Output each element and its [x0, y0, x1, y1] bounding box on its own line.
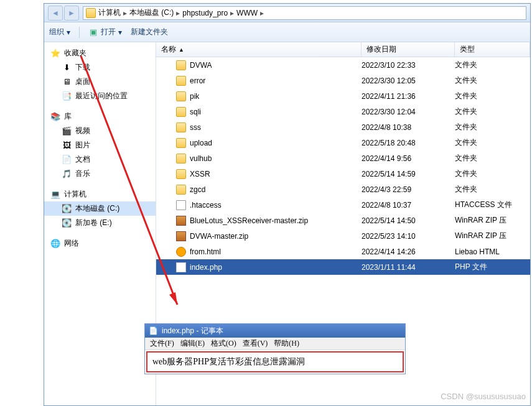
breadcrumb-seg[interactable]: phpstudy_pro [182, 9, 228, 17]
nav-item[interactable]: 🎬视频 [44, 124, 156, 138]
address-bar: ◄ ► 计算机▸ 本地磁盘 (C:)▸ phpstudy_pro▸ WWW▸ [44, 4, 530, 22]
nav-item[interactable]: 💽本地磁盘 (C:) [44, 201, 156, 216]
file-row[interactable]: sqli2022/3/30 12:04文件夹 [156, 104, 530, 119]
file-date: 2022/3/30 12:04 [362, 108, 455, 116]
notepad-menu-item[interactable]: 格式(O) [208, 338, 239, 349]
star-icon: ⭐ [50, 48, 60, 58]
nav-pane: ⭐收藏夹 ⬇下载🖥桌面📑最近访问的位置 📚库 🎬视频🖼图片📄文档🎵音乐 💻计算机… [44, 42, 156, 405]
drive-icon: 💽 [62, 204, 72, 214]
back-button[interactable]: ◄ [48, 6, 63, 21]
breadcrumb-seg[interactable]: 计算机 [98, 7, 121, 18]
file-date: 2022/4/11 21:36 [362, 92, 455, 101]
network-header[interactable]: 🌐网络 [44, 236, 156, 251]
file-type: 文件夹 [455, 106, 530, 117]
col-name[interactable]: 名称 ▲ [156, 42, 362, 57]
file-name: pik [190, 92, 199, 101]
file-name: index.php [190, 263, 222, 272]
breadcrumb-seg[interactable]: 本地磁盘 (C:) [129, 7, 174, 18]
network-icon: 🌐 [50, 239, 60, 249]
nav-item[interactable]: 📄文档 [44, 152, 156, 167]
nav-item-label: 下载 [75, 62, 90, 73]
music-icon: 🎵 [62, 169, 72, 179]
file-row[interactable]: DVWA-master.zip2022/5/23 14:10WinRAR ZIP… [156, 228, 530, 244]
file-name: upload [190, 139, 212, 147]
file-row[interactable]: BlueLotus_XSSReceiver-master.zip2022/5/1… [156, 213, 530, 228]
notepad-menu-item[interactable]: 编辑(E) [178, 338, 207, 349]
file-icon [176, 200, 186, 210]
breadcrumb[interactable]: 计算机▸ 本地磁盘 (C:)▸ phpstudy_pro▸ WWW▸ [83, 6, 526, 20]
computer-header[interactable]: 💻计算机 [44, 187, 156, 201]
notepad-menubar: 文件(F)编辑(E)格式(O)查看(V)帮助(H) [145, 338, 405, 350]
file-type: WinRAR ZIP 压 [455, 215, 530, 226]
file-row[interactable]: upload2022/5/18 20:48文件夹 [156, 135, 530, 150]
organize-button[interactable]: 组织 ▾ [49, 27, 70, 37]
file-type: 文件夹 [455, 91, 530, 101]
folder-icon [176, 154, 186, 164]
nav-item-label: 本地磁盘 (C:) [75, 203, 119, 214]
computer-icon: 💻 [50, 190, 60, 200]
folder-icon [176, 122, 186, 132]
breadcrumb-seg[interactable]: WWW [236, 9, 258, 17]
file-type: HTACCESS 文件 [455, 200, 530, 210]
file-date: 2022/4/14 14:26 [362, 247, 455, 256]
file-row[interactable]: vulhub2022/4/14 9:56文件夹 [156, 150, 530, 166]
column-headers: 名称 ▲ 修改日期 类型 [156, 42, 530, 57]
file-type: 文件夹 [455, 168, 530, 179]
notepad-content[interactable]: web服务器PHP复活节彩蛋信息泄露漏洞 [146, 351, 404, 372]
file-date: 2022/5/18 20:48 [362, 139, 455, 147]
notepad-menu-item[interactable]: 帮助(H) [271, 338, 302, 349]
file-name: sqli [190, 108, 201, 116]
file-type: 文件夹 [455, 137, 530, 148]
file-row[interactable]: pik2022/4/11 21:36文件夹 [156, 88, 530, 104]
folder-icon [176, 138, 186, 148]
desktop-icon: 🖥 [62, 77, 72, 87]
col-date[interactable]: 修改日期 [362, 42, 455, 57]
nav-buttons: ◄ ► [48, 6, 79, 21]
folder-icon [176, 60, 186, 70]
notepad-menu-item[interactable]: 查看(V) [240, 338, 271, 349]
file-date: 2022/4/14 9:56 [362, 154, 455, 163]
notepad-titlebar[interactable]: 📄index.php - 记事本 [145, 324, 405, 338]
folder-icon [176, 76, 186, 86]
drive-icon: 💽 [62, 218, 72, 228]
file-name: XSSR [190, 170, 210, 178]
file-row[interactable]: error2022/3/30 12:05文件夹 [156, 73, 530, 88]
new-folder-button[interactable]: 新建文件夹 [131, 27, 168, 37]
zip-icon [176, 231, 186, 241]
nav-item[interactable]: 🖥桌面 [44, 75, 156, 89]
open-button[interactable]: ▣打开 ▾ [88, 27, 122, 37]
nav-item[interactable]: ⬇下载 [44, 60, 156, 75]
pictures-icon: 🖼 [62, 141, 72, 150]
nav-item-label: 最近访问的位置 [75, 91, 128, 101]
file-row[interactable]: index.php2023/1/11 11:44PHP 文件 [156, 259, 530, 275]
file-date: 2022/4/3 22:59 [362, 185, 455, 194]
file-type: Liebao HTML [455, 247, 530, 256]
zip-icon [176, 216, 186, 226]
nav-item[interactable]: 🖼图片 [44, 138, 156, 152]
col-type[interactable]: 类型 [455, 42, 530, 57]
recent-icon: 📑 [62, 91, 72, 101]
file-type: 文件夹 [455, 184, 530, 195]
file-name: zgcd [190, 185, 205, 194]
file-row[interactable]: .htaccess2022/4/8 10:37HTACCESS 文件 [156, 197, 530, 213]
nav-item[interactable]: 🎵音乐 [44, 167, 156, 181]
nav-item[interactable]: 📑最近访问的位置 [44, 89, 156, 103]
file-name: error [190, 76, 205, 85]
file-date: 2022/5/23 14:10 [362, 232, 455, 241]
file-row[interactable]: DVWA2022/3/10 22:33文件夹 [156, 57, 530, 73]
file-type: WinRAR ZIP 压 [455, 231, 530, 241]
file-row[interactable]: XSSR2022/5/14 14:59文件夹 [156, 166, 530, 182]
libraries-header[interactable]: 📚库 [44, 109, 156, 124]
file-type: 文件夹 [455, 60, 530, 70]
nav-item[interactable]: 💽新加卷 (E:) [44, 216, 156, 230]
file-row[interactable]: zgcd2022/4/3 22:59文件夹 [156, 182, 530, 197]
forward-button[interactable]: ► [64, 6, 79, 21]
file-name: .htaccess [190, 201, 222, 210]
file-row[interactable]: from.html2022/4/14 14:26Liebao HTML [156, 244, 530, 259]
notepad-menu-item[interactable]: 文件(F) [147, 338, 177, 349]
favorites-header[interactable]: ⭐收藏夹 [44, 46, 156, 60]
toolbar: 组织 ▾ ▣打开 ▾ 新建文件夹 [44, 22, 530, 42]
file-row[interactable]: sss2022/4/8 10:38文件夹 [156, 119, 530, 135]
file-date: 2022/3/30 12:05 [362, 76, 455, 85]
notepad-window: 📄index.php - 记事本 文件(F)编辑(E)格式(O)查看(V)帮助(… [144, 323, 406, 374]
